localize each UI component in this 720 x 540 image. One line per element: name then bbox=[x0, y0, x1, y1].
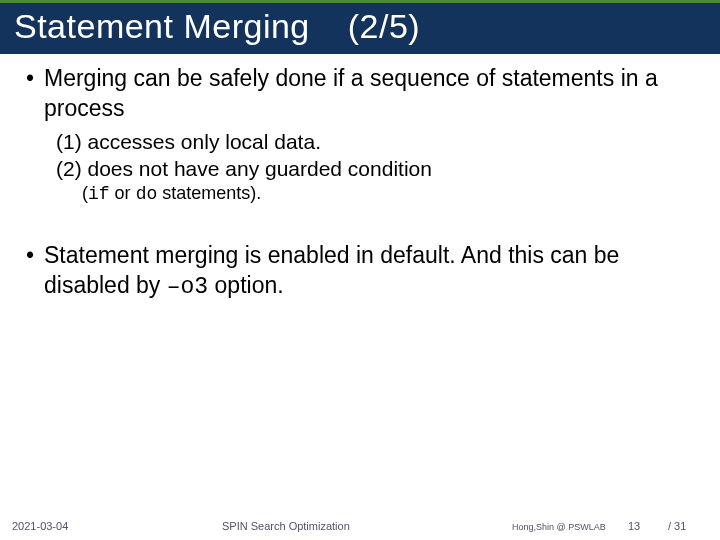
b2-b: option. bbox=[208, 272, 283, 298]
b2-a: Statement merging is enabled in default.… bbox=[44, 242, 619, 298]
footer: 2021-03-04 SPIN Search Optimization Hong… bbox=[0, 514, 720, 534]
sub-sub-1: (if or do statements). bbox=[82, 182, 694, 206]
bullet-dot: • bbox=[26, 241, 44, 303]
spacer bbox=[26, 207, 694, 241]
title-part: (2/5) bbox=[348, 7, 420, 45]
title-main: Statement Merging bbox=[14, 7, 310, 46]
bullet-2: • Statement merging is enabled in defaul… bbox=[26, 241, 694, 303]
sub-1: (1) accesses only local data. bbox=[56, 128, 694, 155]
footer-author: Hong,Shin @ PSWLAB bbox=[512, 522, 606, 532]
code-o3: –o3 bbox=[167, 274, 208, 300]
slide: Statement Merging (2/5) • Merging can be… bbox=[0, 0, 720, 540]
ss-mid: or bbox=[110, 183, 136, 203]
bullet-1: • Merging can be safely done if a sequen… bbox=[26, 64, 694, 124]
footer-date: 2021-03-04 bbox=[12, 520, 68, 532]
content: • Merging can be safely done if a sequen… bbox=[0, 54, 720, 303]
code-do: do bbox=[136, 184, 158, 204]
footer-center: SPIN Search Optimization bbox=[222, 520, 350, 532]
footer-total: / 31 bbox=[668, 520, 686, 532]
bullet-1-text: Merging can be safely done if a sequence… bbox=[44, 64, 694, 124]
code-if: if bbox=[88, 184, 110, 204]
sub-2: (2) does not have any guarded condition bbox=[56, 155, 694, 182]
bullet-dot: • bbox=[26, 64, 44, 124]
slide-title: Statement Merging (2/5) bbox=[14, 7, 706, 46]
footer-page: 13 bbox=[628, 520, 640, 532]
ss-close: statements). bbox=[157, 183, 261, 203]
title-bar: Statement Merging (2/5) bbox=[0, 0, 720, 54]
bullet-2-text: Statement merging is enabled in default.… bbox=[44, 241, 694, 303]
